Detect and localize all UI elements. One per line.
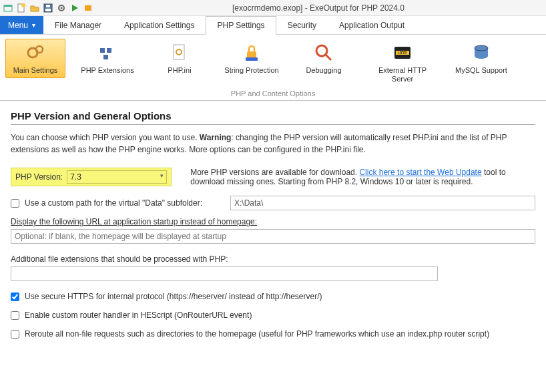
https-row: Use secure HTTPS for internal protocol (… [11,292,535,301]
magnifier-icon [313,42,334,63]
custom-data-path-input[interactable] [230,196,535,210]
svg-rect-9 [85,5,91,11]
tab-application-settings[interactable]: Application Settings [113,16,206,34]
gears-icon [25,42,46,63]
ribbon-label: Debugging [306,66,341,75]
https-checkbox[interactable] [11,292,19,301]
desc-text: You can choose which PHP version you wan… [11,133,200,142]
ribbon-php-extensions[interactable]: PHP Extensions [77,39,138,78]
svg-rect-6 [46,5,50,7]
php-version-hint: More PHP versions are available for down… [190,168,535,186]
ribbon-group-title: PHP and Content Options [5,87,541,99]
php-version-select[interactable]: 7.3 [67,170,167,184]
menu-button[interactable]: Menu ▾ [0,16,43,34]
ribbon: Main Settings PHP Extensions PHP.ini Str… [0,35,546,101]
ribbon-external-http[interactable]: HTTP External HTTP Server [366,39,439,87]
tab-file-manager[interactable]: File Manager [43,16,113,34]
run-icon[interactable] [69,3,80,13]
ribbon-label: MySQL Support [455,66,507,75]
ribbon-php-ini[interactable]: PHP.ini [150,39,210,78]
main-tabs-row: Menu ▾ File Manager Application Settings… [0,16,546,35]
new-icon[interactable] [16,3,27,13]
titlebar: [exocrmdemo.exop] - ExeOutput for PHP 20… [0,0,546,16]
svg-rect-18 [246,57,258,61]
https-label: Use secure HTTPS for internal protocol (… [25,292,322,301]
settings-gear-icon[interactable] [56,3,67,13]
svg-text:HTTP: HTTP [398,51,407,55]
startup-url-input[interactable] [11,229,535,244]
tab-security[interactable]: Security [276,16,328,34]
reroute-checkbox[interactable] [11,330,19,339]
additional-ext-label: Additional file extensions that should b… [11,254,535,264]
ribbon-label: External HTTP Server [368,66,437,83]
router-row: Enable custom router handler in HEScript… [11,311,535,320]
open-icon[interactable] [29,3,40,13]
php-version-row: PHP Version: 7.3 More PHP versions are a… [11,168,535,186]
build-icon[interactable] [83,3,93,13]
ribbon-label: PHP.ini [168,66,191,75]
svg-rect-12 [100,48,105,53]
ini-file-icon [169,42,190,63]
startup-url-group: Display the following URL at application… [11,217,535,244]
titlebar-quick-icons [3,3,93,13]
router-label: Enable custom router handler in HEScript… [25,311,252,320]
hint-text: More PHP versions are available for down… [190,168,359,177]
svg-rect-1 [4,5,12,7]
save-icon[interactable] [43,3,53,13]
svg-rect-5 [45,9,51,11]
section-description: You can choose which PHP version you wan… [11,132,535,156]
ribbon-string-protection[interactable]: String Protection [222,39,282,78]
php-version-label: PHP Version: [15,172,63,182]
section-heading: PHP Version and General Options [11,110,535,125]
tab-php-settings[interactable]: PHP Settings [206,16,276,35]
content-panel: PHP Version and General Options You can … [0,101,546,355]
database-icon [471,42,492,63]
startup-url-label: Display the following URL at application… [11,217,535,226]
php-version-box: PHP Version: 7.3 [11,168,172,186]
menu-button-label: Menu [8,21,28,30]
svg-point-8 [61,7,63,9]
ribbon-label: String Protection [224,66,278,75]
ribbon-main-settings[interactable]: Main Settings [5,39,65,78]
lock-icon [241,42,262,63]
custom-data-path-row: Use a custom path for the virtual "Data"… [11,196,535,210]
custom-data-path-checkbox[interactable] [11,199,19,208]
additional-ext-input[interactable] [11,266,438,281]
chevron-down-icon: ▾ [32,21,35,29]
tab-application-output[interactable]: Application Output [328,16,416,34]
web-update-link[interactable]: Click here to start the Web Update [359,168,481,177]
http-server-icon: HTTP [392,42,413,63]
svg-point-19 [316,45,327,56]
svg-rect-14 [103,55,108,59]
ribbon-debugging[interactable]: Debugging [294,39,354,78]
desc-warning-label: Warning [200,133,232,142]
reroute-label: Reroute all non-file requests such as di… [25,329,489,339]
router-checkbox[interactable] [11,311,19,320]
extensions-icon [97,42,118,63]
reroute-row: Reroute all non-file requests such as di… [11,329,535,339]
custom-data-path-label: Use a custom path for the virtual "Data"… [25,198,225,208]
ribbon-mysql-support[interactable]: MySQL Support [451,39,511,78]
window-title: [exocrmdemo.exop] - ExeOutput for PHP 20… [93,3,543,13]
svg-line-20 [326,55,331,60]
svg-rect-13 [107,48,111,53]
svg-rect-15 [174,45,184,59]
ribbon-label: PHP Extensions [81,66,133,75]
window-icon[interactable] [3,3,13,13]
ribbon-label: Main Settings [13,66,58,75]
additional-ext-group: Additional file extensions that should b… [11,254,535,281]
svg-point-3 [21,3,25,7]
